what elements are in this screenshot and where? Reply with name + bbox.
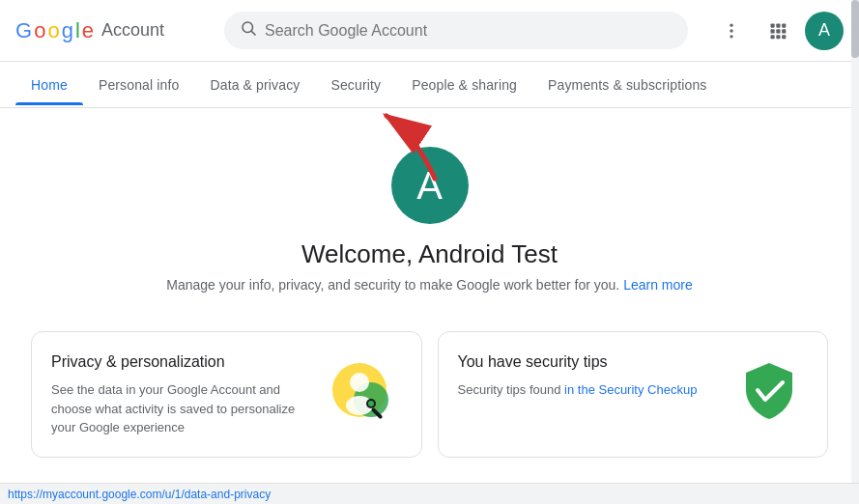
svg-rect-12: [776, 35, 780, 39]
apps-button[interactable]: [759, 12, 797, 50]
user-avatar[interactable]: A: [805, 12, 844, 50]
logo-o2: o: [47, 18, 59, 43]
privacy-card-desc: See the data in your Google Account and …: [51, 380, 309, 437]
profile-section: A Welcome, Android Test Manage your info…: [31, 131, 828, 316]
security-desc-prefix: Security tips found: [458, 382, 561, 397]
tab-payments[interactable]: Payments & subscriptions: [532, 66, 722, 104]
logo-e: e: [82, 18, 94, 43]
status-url: https://myaccount.google.com/u/1/data-an…: [8, 488, 271, 501]
nav-tabs: Home Personal info Data & privacy Securi…: [0, 62, 859, 108]
svg-point-16: [350, 373, 369, 392]
svg-point-4: [730, 35, 732, 38]
header-actions: A: [712, 12, 844, 50]
svg-point-0: [243, 22, 253, 33]
tab-home[interactable]: Home: [15, 66, 83, 104]
svg-line-1: [251, 31, 255, 35]
svg-rect-7: [782, 23, 786, 27]
scrollbar[interactable]: [851, 0, 859, 504]
learn-more-link[interactable]: Learn more: [623, 277, 693, 293]
svg-rect-6: [776, 23, 780, 27]
search-icon: [240, 19, 257, 42]
logo-o1: o: [34, 18, 45, 43]
svg-rect-11: [771, 35, 775, 39]
subtitle-text: Manage your info, privacy, and security …: [166, 277, 619, 293]
privacy-card[interactable]: Privacy & personalization See the data i…: [31, 331, 422, 458]
status-bar: https://myaccount.google.com/u/1/data-an…: [0, 483, 859, 504]
profile-avatar: A: [391, 147, 469, 224]
scrollbar-thumb[interactable]: [851, 0, 859, 58]
logo-l: l: [75, 18, 80, 43]
privacy-illustration: [325, 351, 402, 429]
logo-g2: g: [62, 18, 73, 43]
svg-rect-9: [776, 29, 780, 33]
main-content: A Welcome, Android Test Manage your info…: [0, 108, 859, 481]
svg-point-3: [730, 29, 732, 32]
security-checkup-link[interactable]: in the Security Checkup: [564, 382, 697, 397]
privacy-card-text: Privacy & personalization See the data i…: [51, 351, 309, 437]
security-card-text: You have security tips Security tips fou…: [458, 351, 716, 400]
security-illustration: [730, 351, 808, 429]
welcome-subtitle: Manage your info, privacy, and security …: [166, 277, 692, 293]
logo-area: Google Account: [15, 18, 209, 43]
svg-rect-8: [771, 29, 775, 33]
welcome-title: Welcome, Android Test: [301, 239, 558, 269]
tab-people-sharing[interactable]: People & sharing: [396, 66, 532, 104]
search-input-wrapper[interactable]: [224, 12, 688, 49]
svg-rect-10: [782, 29, 786, 33]
tab-personal-info[interactable]: Personal info: [83, 66, 195, 104]
tab-security[interactable]: Security: [315, 66, 396, 104]
google-logo: Google: [15, 18, 94, 43]
security-card-title: You have security tips: [458, 351, 716, 373]
search-input[interactable]: [265, 22, 673, 40]
search-bar: [224, 12, 688, 49]
logo-g: G: [15, 18, 32, 43]
more-options-button[interactable]: [712, 12, 751, 50]
account-label: Account: [101, 20, 164, 41]
svg-rect-5: [771, 23, 775, 27]
security-card[interactable]: You have security tips Security tips fou…: [438, 331, 829, 458]
privacy-card-title: Privacy & personalization: [51, 351, 309, 373]
header: Google Account: [0, 0, 859, 62]
svg-point-20: [368, 401, 374, 406]
security-card-desc: Security tips found in the Security Chec…: [458, 380, 716, 400]
svg-point-2: [730, 23, 732, 26]
tab-data-privacy[interactable]: Data & privacy: [194, 66, 315, 104]
svg-rect-13: [782, 35, 786, 39]
cards-row: Privacy & personalization See the data i…: [31, 331, 828, 458]
